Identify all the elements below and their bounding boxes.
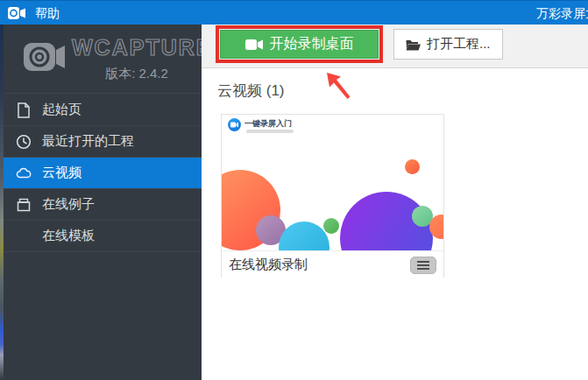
hamburger-icon — [417, 261, 429, 263]
sidebar-nav: 起始页 最近打开的工程 云视频 在线例子 在线模板 — [4, 95, 202, 252]
thumbnail-title: 一键录屏入门 — [244, 118, 292, 130]
logo-area: WCAPTURE 版本: 2.4.2 — [4, 25, 202, 94]
thumbnail-circle-orange-top — [405, 159, 420, 174]
app-camera-icon — [8, 5, 25, 21]
cloud-icon — [16, 165, 32, 181]
clock-icon — [16, 134, 32, 150]
sidebar-item-label: 在线例子 — [42, 196, 95, 213]
sidebar-item-recent-projects[interactable]: 最近打开的工程 — [4, 126, 202, 158]
card-title: 在线视频录制 — [229, 257, 410, 273]
card-menu-button[interactable] — [410, 257, 436, 274]
sidebar-item-online-examples[interactable]: 在线例子 — [4, 189, 202, 221]
thumbnail-badge-icon — [228, 118, 241, 131]
sidebar-item-label: 起始页 — [42, 102, 81, 118]
sidebar-item-label: 最近打开的工程 — [42, 133, 134, 150]
sidebar-item-online-templates[interactable]: 在线模板 — [4, 221, 202, 252]
sidebar: WCAPTURE 版本: 2.4.2 起始页 最近打开的工程 云视频 — [4, 25, 202, 380]
sidebar-item-cloud-video[interactable]: 云视频 — [4, 158, 202, 189]
sidebar-item-start-page[interactable]: 起始页 — [4, 95, 202, 126]
titlebar: 帮助 万彩录屏大师 — [0, 0, 588, 25]
thumbnail-circle-cyan — [279, 222, 329, 251]
app-title: 万彩录屏大师 — [536, 1, 588, 25]
section-heading: 云视频 (1) — [217, 81, 285, 101]
thumbnail-subtitle-line — [246, 130, 294, 133]
open-button-label: 打开工程... — [427, 36, 491, 53]
record-button-label: 开始录制桌面 — [270, 35, 354, 53]
sidebar-item-label: 在线模板 — [42, 228, 95, 244]
version-label: 版本: 2.4.2 — [72, 66, 202, 82]
document-icon — [16, 102, 32, 118]
wcapture-logo-icon — [23, 37, 67, 79]
open-project-button[interactable]: 打开工程... — [393, 29, 503, 60]
video-camera-icon — [245, 39, 263, 51]
brand-name: WCAPTURE — [72, 35, 202, 60]
thumbnail-circle-green-small — [323, 218, 339, 234]
folder-open-icon — [406, 39, 421, 51]
menu-help[interactable]: 帮助 — [30, 1, 65, 25]
video-thumbnail: 一键录屏入门 — [222, 115, 443, 251]
start-record-desktop-button[interactable]: 开始录制桌面 — [220, 30, 379, 59]
box-icon — [16, 197, 32, 213]
card-footer: 在线视频录制 — [222, 252, 443, 278]
sidebar-item-label: 云视频 — [42, 165, 81, 181]
video-card[interactable]: 一键录屏入门 在线视频录制 — [221, 114, 444, 278]
